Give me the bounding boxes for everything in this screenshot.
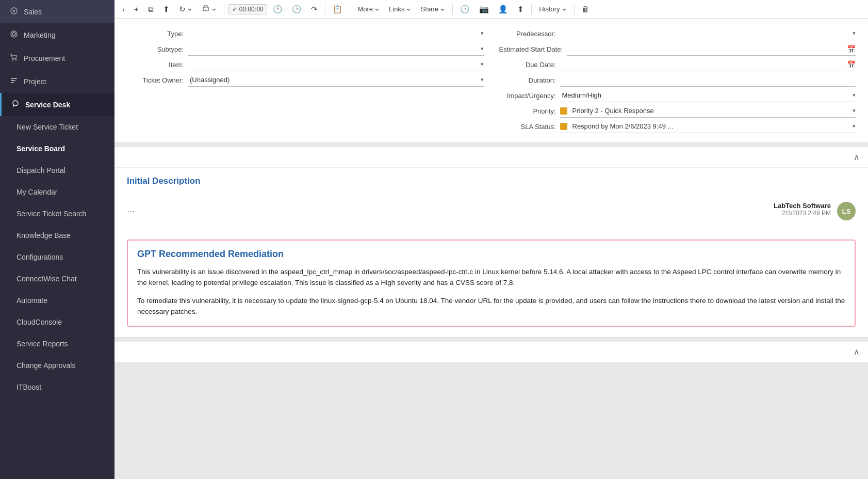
back-button[interactable]: ‹ xyxy=(119,3,128,15)
predecessor-dropdown[interactable]: ▾ xyxy=(560,27,856,40)
clipboard-icon: 📋 xyxy=(333,5,342,14)
links-button[interactable]: Links xyxy=(385,3,415,15)
sidebar-item-connectwise-chat[interactable]: ConnectWise Chat xyxy=(0,268,114,290)
predecessor-arrow-icon: ▾ xyxy=(853,30,856,37)
copy-button[interactable]: ⧉ xyxy=(144,3,157,16)
estimated-start-input[interactable]: 📅 xyxy=(567,42,856,56)
form-row-predecessor: Predecessor: ▾ xyxy=(499,26,856,41)
impact-urgency-dropdown[interactable]: Medium/High ▾ xyxy=(560,89,856,102)
sidebar-item-new-service-ticket[interactable]: New Service Ticket xyxy=(0,116,114,138)
more-chevron-icon xyxy=(374,7,380,12)
redo-button[interactable]: ↷ xyxy=(307,3,321,16)
share-button[interactable]: Share xyxy=(417,3,449,15)
trash-button[interactable]: 🗑 xyxy=(578,3,593,15)
clock2-icon: 🕑 xyxy=(292,5,302,14)
person-icon: 👤 xyxy=(498,5,508,14)
sidebar-label-service-desk: Service Desk xyxy=(25,101,70,109)
sidebar-item-itboost[interactable]: ITBoost xyxy=(0,376,114,398)
export-button[interactable]: ⬆ xyxy=(514,3,528,16)
sidebar-label-service-board: Service Board xyxy=(17,145,65,153)
sidebar-item-project[interactable]: Project xyxy=(0,70,114,93)
description-dots: ... xyxy=(127,204,135,215)
sidebar-label-configurations: Configurations xyxy=(17,253,63,261)
sidebar-label-automate: Automate xyxy=(17,296,47,305)
sidebar-item-configurations[interactable]: Configurations xyxy=(0,246,114,268)
impact-urgency-label: Impact/Urgency: xyxy=(499,92,556,100)
description-author-info: LabTech Software 2/3/2023 2:49 PM xyxy=(774,202,831,217)
print-button[interactable] xyxy=(198,2,220,16)
initial-description-title: Initial Description xyxy=(127,176,856,186)
svg-rect-10 xyxy=(204,9,207,9)
add-button[interactable]: + xyxy=(130,3,142,15)
priority-dot-icon xyxy=(560,107,567,115)
svg-point-5 xyxy=(15,59,17,61)
duration-label: Duration: xyxy=(499,76,556,84)
item-arrow-icon: ▾ xyxy=(481,61,484,68)
toolbar-separator-3 xyxy=(350,4,350,14)
upload-button[interactable]: ⬆ xyxy=(159,3,173,16)
history-button[interactable]: History xyxy=(535,3,570,15)
person-button[interactable]: 👤 xyxy=(495,3,512,16)
svg-point-4 xyxy=(12,59,14,61)
back-icon: ‹ xyxy=(122,5,125,13)
camera-icon: 📷 xyxy=(479,5,489,14)
sidebar-label-connectwise-chat: ConnectWise Chat xyxy=(17,275,77,283)
project-icon xyxy=(9,76,19,86)
check-icon: ✓ xyxy=(232,6,237,13)
ticket-owner-value: (Unassigned) xyxy=(188,75,479,85)
ticket-owner-arrow-icon: ▾ xyxy=(481,76,484,83)
sidebar-item-automate[interactable]: Automate xyxy=(0,290,114,311)
sidebar-item-knowledge-base[interactable]: Knowledge Base xyxy=(0,225,114,246)
form-row-priority: Priority: Priority 2 - Quick Response ▾ xyxy=(499,103,856,119)
bottom-collapse-button[interactable]: ∧ xyxy=(854,347,860,357)
sla-status-dropdown[interactable]: Respond by Mon 2/6/2023 9:49 ... ▾ xyxy=(560,120,856,133)
description-message-row: ... LabTech Software 2/3/2023 2:49 PM LS xyxy=(127,202,856,220)
ticket-owner-dropdown[interactable]: (Unassigned) ▾ xyxy=(188,73,484,87)
clock-button-2[interactable]: 🕑 xyxy=(288,3,305,16)
type-label: Type: xyxy=(127,30,184,38)
subtype-arrow-icon: ▾ xyxy=(481,45,484,52)
clock-button-1[interactable]: 🕐 xyxy=(269,3,286,16)
due-date-input[interactable]: 📅 xyxy=(560,58,856,71)
type-dropdown[interactable]: ▾ xyxy=(188,27,484,40)
sidebar-label-cloudconsole: CloudConsole xyxy=(17,318,62,326)
gpt-section: GPT Recommended Remediation This vulnera… xyxy=(114,231,868,338)
sidebar-item-change-approvals[interactable]: Change Approvals xyxy=(0,355,114,376)
sidebar-item-service-reports[interactable]: Service Reports xyxy=(0,333,114,355)
procurement-icon xyxy=(9,53,19,63)
gpt-paragraph-1: This vulnerability is an issue discovere… xyxy=(137,267,845,289)
item-dropdown[interactable]: ▾ xyxy=(188,58,484,71)
print-chevron-icon xyxy=(211,7,217,12)
camera-button[interactable]: 📷 xyxy=(476,3,493,16)
sidebar-item-dispatch-portal[interactable]: Dispatch Portal xyxy=(0,159,114,181)
sidebar-label-new-service-ticket: New Service Ticket xyxy=(17,123,78,131)
initial-description-section: ∧ Initial Description ... LabTech Softwa… xyxy=(114,147,868,231)
more-button[interactable]: More xyxy=(354,3,383,15)
sidebar-item-service-ticket-search[interactable]: Service Ticket Search xyxy=(0,203,114,225)
form-row-impact-urgency: Impact/Urgency: Medium/High ▾ xyxy=(499,88,856,103)
description-collapse-button[interactable]: ∧ xyxy=(854,152,860,162)
priority-dropdown[interactable]: Priority 2 - Quick Response ▾ xyxy=(560,104,856,118)
sla-status-label: SLA Status: xyxy=(499,123,556,131)
subtype-dropdown[interactable]: ▾ xyxy=(188,42,484,56)
clipboard-button[interactable]: 📋 xyxy=(329,3,346,16)
clock1-icon: 🕐 xyxy=(273,5,283,14)
upload-icon: ⬆ xyxy=(163,5,170,14)
sidebar-item-service-desk[interactable]: Service Desk xyxy=(0,93,114,116)
toolbar-separator-6 xyxy=(574,4,575,14)
sidebar-item-my-calendar[interactable]: My Calendar xyxy=(0,181,114,203)
history-clock-button[interactable]: 🕐 xyxy=(456,3,473,16)
form-row-subtype: Subtype: ▾ xyxy=(127,41,484,57)
duration-value xyxy=(560,79,856,81)
toolbar-separator-4 xyxy=(452,4,453,14)
sidebar-item-cloudconsole[interactable]: CloudConsole xyxy=(0,311,114,333)
more-label: More xyxy=(357,5,373,13)
sidebar-item-sales[interactable]: Sales xyxy=(0,0,114,23)
sidebar-label-project: Project xyxy=(24,77,46,86)
refresh-button[interactable]: ↻ xyxy=(175,3,196,16)
sidebar-label-procurement: Procurement xyxy=(24,54,65,62)
sidebar-item-marketing[interactable]: Marketing xyxy=(0,23,114,46)
sidebar-item-procurement[interactable]: Procurement xyxy=(0,46,114,70)
duration-input[interactable] xyxy=(560,73,856,87)
sidebar-item-service-board[interactable]: Service Board xyxy=(0,138,114,159)
